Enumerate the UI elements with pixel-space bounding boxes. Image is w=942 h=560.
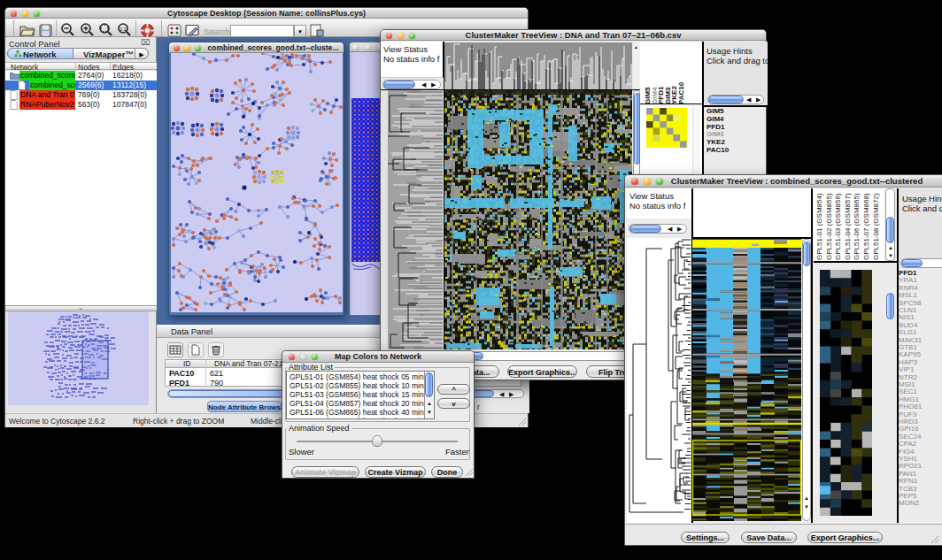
svg-text:1:1: 1:1 xyxy=(120,27,127,32)
